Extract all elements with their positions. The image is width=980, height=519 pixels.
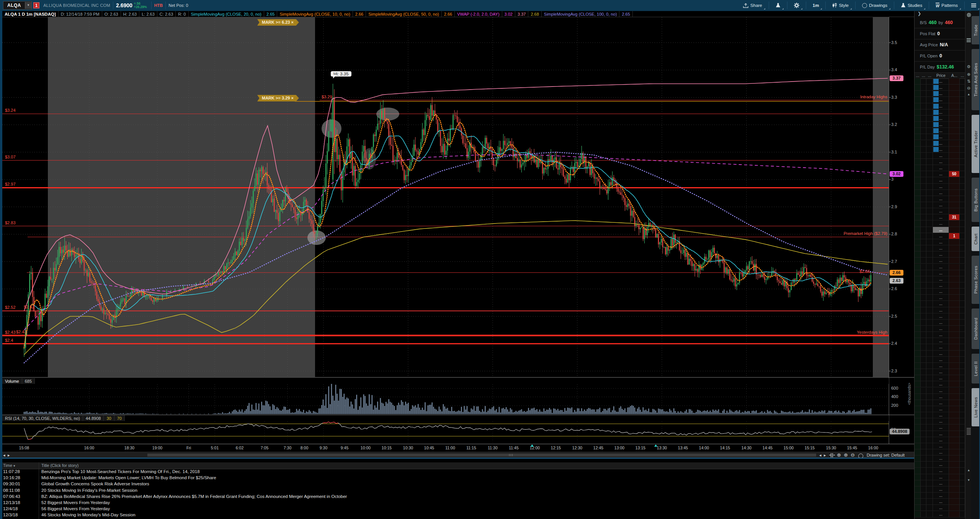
ladder-cell[interactable] bbox=[960, 239, 965, 245]
chart-header-cell[interactable]: C: 2.63 bbox=[157, 11, 176, 17]
ladder-price-cell[interactable]: ... bbox=[933, 258, 949, 264]
ladder-cell[interactable] bbox=[915, 264, 921, 270]
ladder-price-cell[interactable]: ... bbox=[933, 153, 949, 159]
ladder-cell[interactable] bbox=[921, 455, 926, 462]
ladder-cell[interactable] bbox=[921, 357, 926, 363]
ladder-cell[interactable] bbox=[949, 381, 960, 387]
ladder-cell[interactable] bbox=[949, 184, 960, 190]
ladder-cell[interactable] bbox=[960, 140, 965, 147]
ladder-cell[interactable] bbox=[949, 332, 960, 338]
ladder-price-cell[interactable]: ... bbox=[933, 474, 949, 480]
ladder-cell[interactable] bbox=[915, 313, 921, 320]
ladder-cell[interactable] bbox=[921, 388, 926, 394]
ladder-cell[interactable] bbox=[960, 480, 965, 486]
ladder-cell[interactable] bbox=[960, 208, 965, 214]
ladder-scroll-thumb[interactable] bbox=[967, 428, 971, 435]
ladder-cell[interactable] bbox=[915, 184, 921, 190]
ladder-cell[interactable] bbox=[921, 326, 926, 332]
ladder-cell[interactable] bbox=[926, 289, 933, 295]
ladder-cell[interactable] bbox=[949, 202, 960, 208]
ladder-cell[interactable] bbox=[949, 394, 960, 400]
ladder-price-cell[interactable]: ... bbox=[933, 208, 949, 214]
ladder-price-cell[interactable]: ... bbox=[933, 511, 949, 517]
ladder-cell[interactable] bbox=[960, 196, 965, 202]
ladder-cell[interactable] bbox=[949, 431, 960, 437]
step-left-icon[interactable]: ◂ bbox=[819, 452, 822, 458]
ladder-cell[interactable] bbox=[949, 412, 960, 418]
ladder-cell[interactable] bbox=[926, 357, 933, 363]
ladder-cell[interactable] bbox=[960, 418, 965, 424]
ladder-cell[interactable] bbox=[949, 505, 960, 511]
ladder-cell[interactable] bbox=[949, 468, 960, 474]
ladder-price-cell[interactable]: ... bbox=[933, 455, 949, 462]
studies-button[interactable]: Studies bbox=[897, 0, 926, 11]
ladder-price-cell[interactable]: ... bbox=[933, 418, 949, 424]
ladder-price-cell[interactable]: ... bbox=[933, 388, 949, 394]
ladder-cell[interactable] bbox=[926, 134, 933, 140]
ladder-cell[interactable] bbox=[915, 171, 921, 177]
ladder-cell[interactable] bbox=[960, 424, 965, 431]
ladder-cell[interactable] bbox=[949, 443, 960, 449]
ladder-cell[interactable] bbox=[926, 116, 933, 122]
ladder-cell[interactable] bbox=[921, 177, 926, 183]
ladder-cell[interactable] bbox=[926, 239, 933, 245]
ladder-cell[interactable] bbox=[926, 418, 933, 424]
ladder-cell[interactable] bbox=[921, 468, 926, 474]
ladder-price-cell[interactable]: ... bbox=[933, 116, 949, 122]
ladder-cell[interactable] bbox=[960, 177, 965, 183]
ladder-cell[interactable] bbox=[915, 147, 921, 153]
ladder-cell[interactable] bbox=[960, 474, 965, 480]
ladder-cell[interactable] bbox=[960, 153, 965, 159]
scrollbar-grip[interactable] bbox=[509, 454, 514, 456]
ladder-cell[interactable] bbox=[949, 128, 960, 134]
ladder-cell[interactable] bbox=[960, 220, 965, 227]
ladder-cell[interactable] bbox=[926, 307, 933, 313]
ladder-price-cell[interactable]: ... bbox=[933, 400, 949, 406]
crosshair-icon[interactable]: ⊕ bbox=[837, 452, 841, 458]
news-row[interactable]: 10:16:28Mid-Morning Market Update: Marke… bbox=[0, 475, 914, 481]
ladder-cell[interactable] bbox=[915, 412, 921, 418]
ladder-cell[interactable] bbox=[926, 103, 933, 109]
ladder-cell[interactable] bbox=[949, 424, 960, 431]
ladder-cell[interactable] bbox=[926, 326, 933, 332]
chart-header-cell[interactable]: SimpleMovingAvg (CLOSE, 10, 0, no) bbox=[277, 11, 353, 17]
news-row[interactable]: 09:30:01Global Growth Concerns Spook Ris… bbox=[0, 481, 914, 487]
ladder-cell[interactable] bbox=[949, 147, 960, 153]
ladder-cell[interactable] bbox=[949, 109, 960, 116]
ladder-cell[interactable] bbox=[926, 493, 933, 499]
ladder-cell[interactable] bbox=[949, 258, 960, 264]
ladder-cell[interactable] bbox=[949, 220, 960, 227]
ladder-price-cell[interactable]: ... bbox=[933, 437, 949, 443]
pan-right-icon[interactable]: ▸ bbox=[8, 452, 10, 458]
chart-scrollbar[interactable] bbox=[147, 454, 816, 457]
ladder-cell[interactable] bbox=[915, 177, 921, 183]
news-row[interactable]: 11:07:28Benzinga Pro's Top 10 Most-Searc… bbox=[0, 469, 914, 475]
ladder-cell[interactable] bbox=[915, 122, 921, 128]
ladder-price-cell[interactable]: ... bbox=[933, 233, 949, 239]
ladder-cell[interactable] bbox=[921, 184, 926, 190]
side-tab-level-ii[interactable]: Level II bbox=[972, 354, 980, 384]
ladder-cell[interactable] bbox=[921, 431, 926, 437]
ladder-cell[interactable] bbox=[949, 177, 960, 183]
chart-header-cell[interactable]: 2.68 bbox=[528, 11, 541, 17]
chart-header-cell[interactable]: H: 2.63 bbox=[121, 11, 139, 17]
side-tab-trade[interactable]: Trade bbox=[972, 16, 980, 44]
ladder-cell[interactable] bbox=[949, 493, 960, 499]
ladder-cell[interactable] bbox=[926, 375, 933, 381]
ladder-cell[interactable] bbox=[960, 388, 965, 394]
ladder-cell[interactable] bbox=[915, 351, 921, 357]
ladder-cell[interactable] bbox=[960, 394, 965, 400]
ladder-cell[interactable] bbox=[949, 91, 960, 97]
ladder-cell[interactable] bbox=[915, 338, 921, 344]
ladder-cell[interactable] bbox=[926, 313, 933, 320]
chart-header-cell[interactable]: 3.37 bbox=[515, 11, 528, 17]
ladder-price-cell[interactable]: ... bbox=[933, 214, 949, 220]
ladder-cell[interactable] bbox=[915, 270, 921, 276]
ladder-cell[interactable] bbox=[960, 147, 965, 153]
ladder-price-cell[interactable]: ... bbox=[933, 109, 949, 116]
ladder-cell[interactable] bbox=[926, 184, 933, 190]
ladder-cell[interactable] bbox=[949, 313, 960, 320]
ladder-price-cell[interactable]: ... bbox=[933, 394, 949, 400]
ladder-cell[interactable] bbox=[926, 258, 933, 264]
ladder-cell[interactable] bbox=[960, 351, 965, 357]
